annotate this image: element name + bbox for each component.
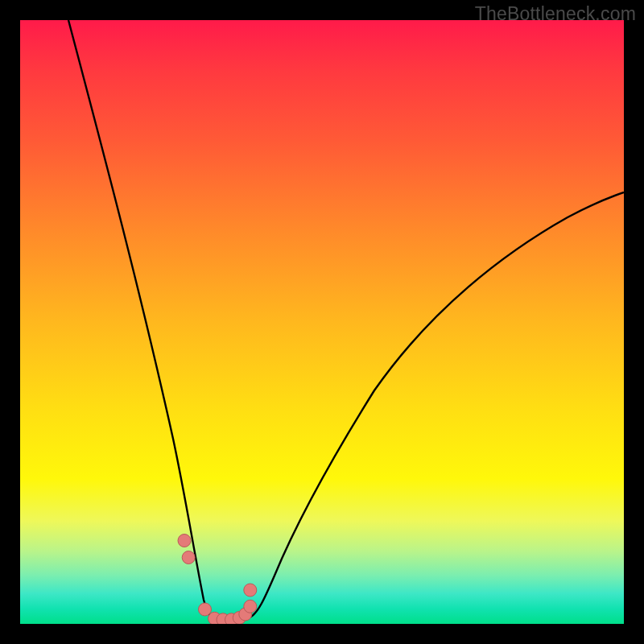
outer-frame: TheBottleneck.com: [0, 0, 644, 644]
data-marker: [244, 600, 257, 613]
data-marker: [244, 584, 257, 597]
curve-group: [68, 20, 624, 621]
watermark-text: TheBottleneck.com: [475, 3, 636, 25]
data-marker: [182, 551, 195, 564]
plot-area: [20, 20, 624, 624]
marker-group: [178, 535, 257, 625]
data-marker: [178, 535, 191, 547]
bottleneck-curve: [68, 20, 624, 621]
chart-svg: [20, 20, 624, 624]
data-marker: [199, 603, 212, 616]
